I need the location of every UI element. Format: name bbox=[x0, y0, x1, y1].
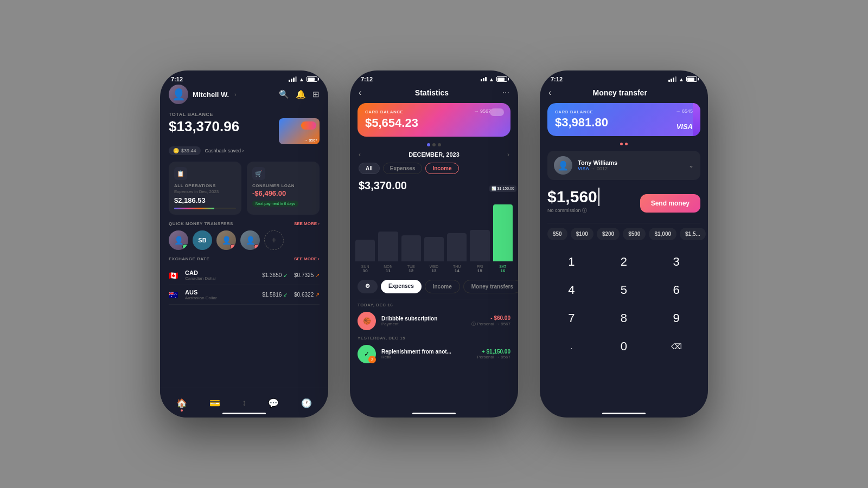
cad-info: 🇨🇦 CAD Canadian Dollar bbox=[169, 269, 216, 281]
filter-expenses[interactable]: Expenses bbox=[383, 163, 423, 174]
transaction-section: TODAY, DEC 16 🏀 Dribbble subscription Pa… bbox=[350, 303, 518, 363]
card-toggle[interactable] bbox=[301, 121, 316, 130]
total-balance-amount: $13,370.96 bbox=[169, 118, 239, 135]
blue-card-amount: $3,981.80 bbox=[555, 115, 693, 130]
quick-50[interactable]: $50 bbox=[547, 228, 567, 240]
tab-expenses[interactable]: Expenses bbox=[381, 280, 422, 293]
quick-100[interactable]: $100 bbox=[571, 228, 593, 240]
aus-rate2: $0.6322 ↗ bbox=[294, 292, 320, 298]
dot-3 bbox=[438, 143, 441, 146]
key-8[interactable]: 8 bbox=[598, 304, 650, 332]
filter-income[interactable]: Income bbox=[425, 163, 458, 174]
aus-code: AUS bbox=[185, 289, 217, 296]
key-3[interactable]: 3 bbox=[650, 248, 703, 276]
key-0[interactable]: 0 bbox=[598, 332, 650, 361]
nav-home[interactable]: 🏠 bbox=[172, 396, 192, 410]
bar-fill-wed bbox=[424, 237, 444, 261]
back-btn-right[interactable]: ‹ bbox=[548, 88, 551, 98]
quick-1000[interactable]: $1,000 bbox=[649, 228, 676, 240]
contact-avatar-sb[interactable]: SB bbox=[193, 230, 212, 250]
trans-details-dribbble: Dribbble subscription Payment bbox=[381, 316, 466, 326]
key-backspace[interactable]: ⌫ bbox=[650, 332, 703, 361]
nav-transfer[interactable]: ↕ bbox=[238, 396, 251, 410]
card-icon[interactable]: ⊞ bbox=[312, 89, 320, 99]
trans-amount-replenishment: + $1,150.00 bbox=[477, 349, 510, 355]
cad-name: Canadian Dollar bbox=[185, 276, 216, 281]
trans-sub-replenishment: Refill bbox=[381, 355, 471, 359]
all-operations-card[interactable]: 📋 ALL OPERATIONS Expenses in Dec, 2023 $… bbox=[169, 162, 241, 215]
home-bar-left bbox=[222, 413, 266, 414]
prev-month-btn[interactable]: ‹ bbox=[359, 151, 361, 158]
quick-200[interactable]: $200 bbox=[597, 228, 620, 240]
trans-badge-2: 2 bbox=[368, 356, 376, 363]
recipient-avatar: 👤 bbox=[554, 156, 572, 175]
bar-fill-sun bbox=[355, 240, 375, 261]
next-month-btn[interactable]: › bbox=[507, 151, 509, 158]
exchange-row-cad[interactable]: 🇨🇦 CAD Canadian Dollar $1.3650 ↙ $0.7325… bbox=[169, 266, 320, 285]
nav-cards[interactable]: 💳 bbox=[205, 396, 225, 410]
quick-transfers-see-more[interactable]: SEE MORE › bbox=[294, 221, 320, 226]
nav-chat[interactable]: 💬 bbox=[264, 396, 283, 410]
bar-fill-tue bbox=[401, 235, 421, 261]
quick-500[interactable]: $500 bbox=[623, 228, 646, 240]
recipient-chevron[interactable]: ⌄ bbox=[688, 162, 694, 169]
back-btn-center[interactable]: ‹ bbox=[359, 88, 361, 98]
contact-avatar-3[interactable]: 👤 bbox=[216, 230, 236, 250]
home-bar-right bbox=[602, 413, 646, 414]
trans-name-dribbble: Dribbble subscription bbox=[381, 316, 466, 322]
exchange-see-more[interactable]: SEE MORE › bbox=[294, 256, 320, 261]
add-contact-btn[interactable]: + bbox=[264, 230, 284, 250]
divider-right bbox=[547, 223, 700, 223]
key-6[interactable]: 6 bbox=[650, 276, 703, 304]
center-header: ‹ Statistics ··· bbox=[350, 85, 518, 103]
card-toggle-center[interactable] bbox=[490, 108, 504, 116]
user-info[interactable]: 👤 Mitchell W. › bbox=[169, 85, 237, 104]
notification-icon[interactable]: 🔔 bbox=[296, 89, 306, 99]
key-5[interactable]: 5 bbox=[598, 276, 650, 304]
cashback-link[interactable]: Cashback saved › bbox=[205, 148, 244, 153]
chevron-right-icon: › bbox=[234, 92, 236, 98]
trans-dribbble[interactable]: 🏀 Dribbble subscription Payment - $60.00… bbox=[358, 312, 510, 330]
cad-flag: 🇨🇦 bbox=[169, 271, 181, 280]
bar-fill-fri bbox=[470, 230, 489, 261]
card-visual: → 9567 bbox=[279, 118, 320, 144]
exchange-row-aus[interactable]: 🇦🇺 AUS Australian Dollar $1.5816 ↙ $0.63… bbox=[169, 285, 320, 305]
key-dot[interactable]: . bbox=[545, 332, 598, 361]
send-money-btn[interactable]: Send money bbox=[640, 194, 700, 213]
bar-fri bbox=[470, 196, 489, 261]
tab-filter-icon[interactable]: ⚙ bbox=[358, 280, 378, 293]
trans-amount-col-replenishment: + $1,150.00 Personal → 9567 bbox=[477, 349, 510, 359]
quick-amounts: $50 $100 $200 $500 $1,000 $1,5... bbox=[540, 228, 708, 240]
recipient-row[interactable]: 👤 Tony Williams VISA → 0012 ⌄ bbox=[547, 151, 700, 180]
bar-fill-sat bbox=[493, 204, 513, 261]
nav-history[interactable]: 🕐 bbox=[297, 396, 316, 410]
stats-card: CARD BALANCE $5,654.23 → 9567 bbox=[358, 103, 510, 137]
balance-label: TOTAL BALANCE bbox=[169, 112, 320, 117]
contact-avatar-4[interactable]: 👤 bbox=[240, 230, 260, 250]
key-2[interactable]: 2 bbox=[598, 248, 650, 276]
consumer-loan-card[interactable]: 🛒 CONSUMER LOAN -$6,496.00 Next payment … bbox=[247, 162, 320, 215]
contact-avatar-1[interactable]: 👤 bbox=[169, 230, 188, 250]
tab-income[interactable]: Income bbox=[425, 280, 460, 293]
cad-rates: $1.3650 ↙ $0.7325 ↗ bbox=[262, 272, 320, 278]
cashback-amount: $39.44 bbox=[181, 148, 196, 153]
key-9[interactable]: 9 bbox=[650, 304, 703, 332]
trans-replenishment[interactable]: ✓ 2 Replenishment from anot... Refill + … bbox=[358, 345, 510, 363]
trans-amount-col-dribbble: - $60.00 ⓘ Personal → 9567 bbox=[471, 315, 510, 327]
filter-all[interactable]: All bbox=[359, 163, 380, 174]
day-sat: SAT 16 bbox=[493, 265, 513, 273]
quick-1500[interactable]: $1,5... bbox=[680, 228, 706, 240]
day-sun: SUN 10 bbox=[355, 265, 375, 273]
exchange-section: EXCHANGE RATE SEE MORE › 🇨🇦 CAD Canadian… bbox=[169, 256, 320, 305]
day-mon: MON 11 bbox=[378, 265, 398, 273]
key-4[interactable]: 4 bbox=[545, 276, 598, 304]
status-icons-center: ▲ bbox=[481, 76, 507, 82]
search-icon[interactable]: 🔍 bbox=[279, 89, 289, 99]
signal-center bbox=[481, 77, 487, 81]
operations-title: ALL OPERATIONS bbox=[174, 183, 236, 188]
more-btn-center[interactable]: ··· bbox=[502, 88, 509, 98]
key-7[interactable]: 7 bbox=[545, 304, 598, 332]
stats-title: Statistics bbox=[415, 88, 449, 97]
key-1[interactable]: 1 bbox=[545, 248, 598, 276]
tab-money-transfers[interactable]: Money transfers bbox=[463, 280, 518, 293]
